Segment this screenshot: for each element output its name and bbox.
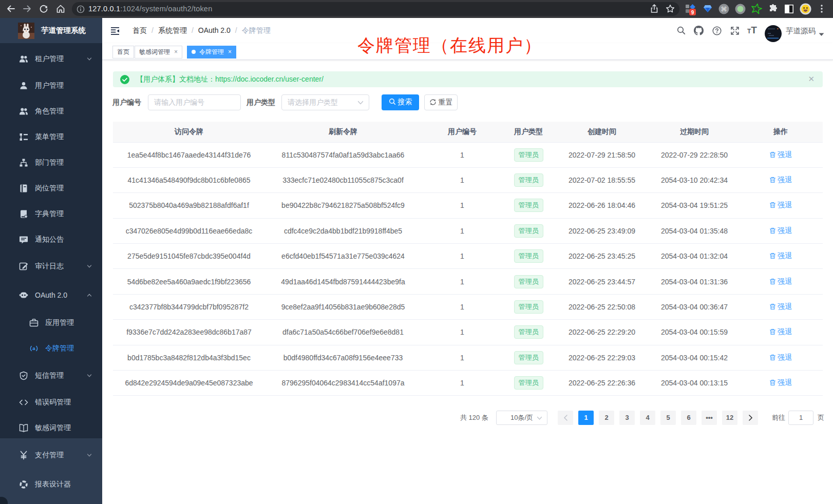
svg-text:a: a — [32, 345, 35, 351]
svg-text:9: 9 — [691, 10, 694, 15]
svg-text:⌘: ⌘ — [721, 6, 727, 13]
